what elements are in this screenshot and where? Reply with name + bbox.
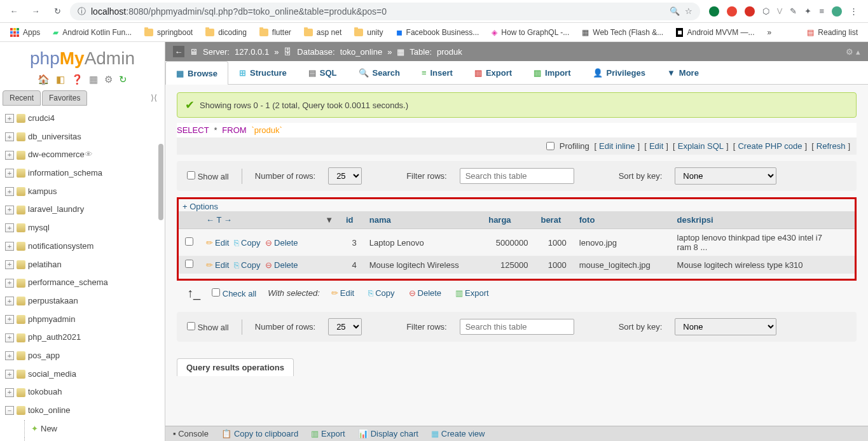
bookmark-item[interactable]: unity — [349, 25, 388, 39]
row-checkbox[interactable] — [185, 237, 193, 246]
tree-db-item[interactable]: +perpustakaan — [3, 292, 162, 311]
cell-berat[interactable]: 1000 — [534, 229, 572, 256]
tab-search[interactable]: 🔍Search — [348, 61, 411, 84]
cell-berat[interactable]: 1000 — [534, 256, 572, 274]
ext-icon[interactable]: ✎ — [790, 6, 797, 16]
cell-nama[interactable]: Mouse logitech Wireless — [363, 256, 482, 274]
page-settings-icon[interactable]: ⚙ ▴ — [846, 47, 860, 57]
sql-icon[interactable]: ▦ — [89, 74, 98, 85]
favorites-tab[interactable]: Favorites — [42, 90, 87, 106]
cell-deskripsi[interactable]: laptop lenovo thinkpad tipe e430 intel i… — [671, 229, 855, 256]
tree-table-item[interactable]: +▦admin — [24, 438, 162, 441]
bookmark-item[interactable]: ◈How to GraphQL -... — [486, 25, 574, 39]
create-view-link[interactable]: ▦ Create view — [431, 429, 485, 438]
col-deskripsi[interactable]: deskripsi — [677, 215, 713, 225]
tab-insert[interactable]: ≡Insert — [411, 61, 464, 84]
col-nama[interactable]: nama — [369, 215, 391, 225]
tab-import[interactable]: ▥Import — [523, 61, 581, 84]
bookmark-item[interactable]: ▦Web Tech (Flash &... — [577, 25, 668, 39]
tree-db-item[interactable]: +db_universitas — [3, 128, 162, 146]
server-link[interactable]: 127.0.0.1 — [235, 47, 269, 57]
sort-select[interactable]: None — [675, 167, 776, 185]
tree-db-item[interactable]: +pelatihan — [3, 256, 162, 274]
edit-row-button[interactable]: ✏Edit — [206, 260, 229, 270]
playlist-icon[interactable]: ≡ — [819, 6, 824, 16]
bookmark-overflow[interactable]: » — [762, 25, 776, 39]
ext-icon[interactable]: V — [777, 6, 783, 16]
tree-db-expanded[interactable]: −toko_online — [3, 402, 162, 420]
edit-link[interactable]: Edit — [649, 141, 663, 151]
copy-row-button[interactable]: ⎘Copy — [234, 260, 260, 270]
edit-inline-link[interactable]: Edit inline — [599, 141, 635, 151]
export-link[interactable]: ▥ Export — [311, 429, 345, 438]
table-link[interactable]: produk — [437, 47, 462, 57]
bookmark-item[interactable]: springboot — [139, 25, 198, 39]
show-all-control[interactable]: Show all — [187, 322, 229, 332]
explain-sql-link[interactable]: Explain SQL — [678, 141, 724, 151]
num-rows-select[interactable]: 25 — [328, 318, 362, 335]
cell-deskripsi[interactable]: Mouse logitech wireless type k310 — [671, 256, 855, 274]
tree-db-item[interactable]: +notificationsystem — [3, 237, 162, 256]
cell-foto[interactable]: lenovo.jpg — [573, 229, 671, 256]
star-icon[interactable]: ☆ — [685, 6, 692, 16]
tab-browse[interactable]: ▦Browse — [165, 61, 228, 85]
cell-id[interactable]: 4 — [340, 256, 363, 274]
bookmark-item[interactable]: flutter — [254, 25, 296, 39]
extensions-icon[interactable]: ✦ — [804, 6, 811, 16]
docs-icon[interactable]: ❓ — [71, 74, 83, 85]
refresh-link[interactable]: Refresh — [816, 141, 846, 151]
forward-button[interactable]: → — [27, 3, 45, 20]
tab-sql[interactable]: ▤SQL — [298, 61, 348, 84]
ext-icon[interactable] — [745, 6, 755, 17]
menu-icon[interactable]: ⋮ — [850, 6, 858, 16]
collapse-icon[interactable]: ⟩⟨ — [146, 90, 162, 106]
sort-select[interactable]: None — [675, 318, 776, 335]
col-foto[interactable]: foto — [579, 215, 595, 225]
check-all-control[interactable]: Check all — [212, 288, 256, 298]
show-all-control[interactable]: Show all — [187, 171, 229, 181]
ext-icon[interactable] — [709, 6, 719, 17]
dropdown-icon[interactable]: ▼ — [325, 215, 333, 225]
filter-input[interactable] — [460, 319, 574, 335]
options-toggle[interactable]: + Options — [179, 202, 855, 211]
tree-db-item[interactable]: +laravel_laundry — [3, 200, 162, 219]
tree-db-item[interactable]: +php_auth2021 — [3, 328, 162, 347]
bookmark-item[interactable]: ◼Facebook Business... — [391, 25, 485, 39]
delete-row-button[interactable]: ⊖Delete — [265, 260, 298, 270]
col-berat[interactable]: berat — [541, 215, 561, 225]
show-all-checkbox[interactable] — [187, 171, 195, 179]
settings-icon[interactable]: ⚙ — [104, 74, 113, 85]
cell-nama[interactable]: Laptop Lenovo — [363, 229, 482, 256]
tree-new-item[interactable]: ✦New — [24, 420, 162, 438]
tree-db-item[interactable]: +kampus — [3, 183, 162, 201]
console-toggle[interactable]: ▪ Console — [173, 429, 209, 438]
tab-privileges[interactable]: 👤Privileges — [582, 61, 656, 84]
bookmark-item[interactable]: ■Android MVVM —... — [671, 25, 759, 39]
bookmark-item[interactable]: dicoding — [200, 25, 252, 39]
tree-db-item[interactable]: +crudci4 — [3, 109, 162, 128]
display-chart-link[interactable]: 📊 Display chart — [358, 429, 418, 438]
cell-harga[interactable]: 5000000 — [482, 229, 534, 256]
check-all-checkbox[interactable] — [212, 288, 220, 297]
filter-input[interactable] — [460, 168, 574, 184]
reading-list-button[interactable]: ▤Reading list — [802, 25, 863, 39]
cell-foto[interactable]: mouse_logitech.jpg — [573, 256, 671, 274]
bulk-export-button[interactable]: ▥Export — [455, 288, 489, 298]
tab-export[interactable]: ▥Export — [464, 61, 523, 84]
row-checkbox[interactable] — [185, 260, 193, 268]
home-icon[interactable]: 🏠 — [38, 74, 50, 85]
create-php-link[interactable]: Create PHP code — [738, 141, 802, 151]
tree-db-item[interactable]: +pos_app — [3, 347, 162, 365]
num-rows-select[interactable]: 25 — [328, 167, 362, 185]
copy-row-button[interactable]: ⎘Copy — [234, 238, 260, 248]
scrollbar[interactable] — [158, 144, 163, 220]
avatar-icon[interactable] — [832, 6, 842, 17]
tree-db-item[interactable]: +mysql — [3, 219, 162, 237]
sort-controls[interactable]: ← T → — [206, 215, 232, 225]
profiling-checkbox[interactable] — [546, 142, 555, 150]
edit-row-button[interactable]: ✏Edit — [206, 238, 229, 248]
col-id[interactable]: id — [346, 215, 354, 225]
copy-clipboard-link[interactable]: 📋 Copy to clipboard — [221, 429, 298, 438]
show-all-checkbox[interactable] — [187, 322, 195, 330]
apps-button[interactable]: Apps — [5, 25, 45, 39]
